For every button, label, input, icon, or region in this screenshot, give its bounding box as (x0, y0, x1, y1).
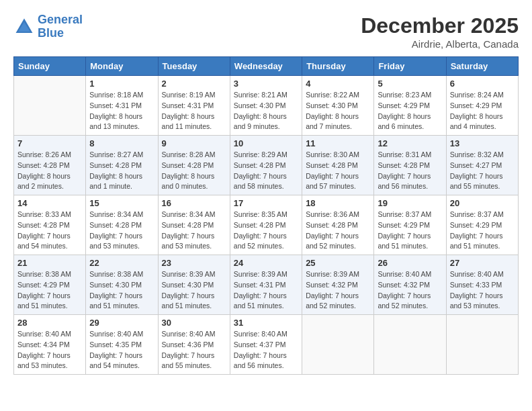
day-number: 19 (378, 198, 442, 208)
day-info: Sunrise: 8:35 AMSunset: 4:28 PMDaylight:… (234, 210, 298, 252)
calendar-cell: 11Sunrise: 8:30 AMSunset: 4:28 PMDayligh… (302, 136, 374, 195)
day-number: 27 (450, 258, 515, 268)
logo-icon (13, 16, 35, 38)
calendar-cell: 31Sunrise: 8:40 AMSunset: 4:37 PMDayligh… (230, 315, 302, 375)
day-info: Sunrise: 8:26 AMSunset: 4:28 PMDaylight:… (17, 150, 82, 192)
calendar-cell: 25Sunrise: 8:39 AMSunset: 4:32 PMDayligh… (302, 255, 374, 315)
day-info: Sunrise: 8:36 AMSunset: 4:28 PMDaylight:… (306, 210, 370, 252)
day-number: 6 (450, 79, 515, 89)
day-number: 8 (89, 138, 154, 148)
weekday-header-row: SundayMondayTuesdayWednesdayThursdayFrid… (14, 57, 519, 76)
day-info: Sunrise: 8:31 AMSunset: 4:28 PMDaylight:… (378, 150, 442, 192)
day-number: 3 (234, 79, 298, 89)
calendar-cell: 27Sunrise: 8:40 AMSunset: 4:33 PMDayligh… (446, 255, 518, 315)
day-info: Sunrise: 8:37 AMSunset: 4:29 PMDaylight:… (450, 210, 515, 252)
day-info: Sunrise: 8:19 AMSunset: 4:31 PMDaylight:… (162, 90, 226, 132)
day-info: Sunrise: 8:33 AMSunset: 4:28 PMDaylight:… (17, 210, 82, 252)
day-number: 23 (162, 258, 226, 268)
day-info: Sunrise: 8:39 AMSunset: 4:31 PMDaylight:… (234, 269, 298, 312)
day-number: 5 (378, 79, 442, 89)
calendar-cell: 5Sunrise: 8:23 AMSunset: 4:29 PMDaylight… (374, 76, 446, 136)
day-info: Sunrise: 8:39 AMSunset: 4:32 PMDaylight:… (306, 269, 370, 312)
calendar-cell: 4Sunrise: 8:22 AMSunset: 4:30 PMDaylight… (302, 76, 374, 136)
calendar-cell: 24Sunrise: 8:39 AMSunset: 4:31 PMDayligh… (230, 255, 302, 315)
day-info: Sunrise: 8:21 AMSunset: 4:30 PMDaylight:… (234, 90, 298, 132)
day-info: Sunrise: 8:29 AMSunset: 4:28 PMDaylight:… (234, 150, 298, 192)
day-number: 13 (450, 138, 515, 148)
calendar-cell: 6Sunrise: 8:24 AMSunset: 4:29 PMDaylight… (446, 76, 518, 136)
day-number: 29 (89, 318, 154, 328)
logo-text: General Blue (38, 13, 83, 40)
calendar-cell: 13Sunrise: 8:32 AMSunset: 4:27 PMDayligh… (446, 136, 518, 195)
calendar-cell (14, 76, 86, 136)
logo: General Blue (13, 13, 83, 40)
calendar-cell: 18Sunrise: 8:36 AMSunset: 4:28 PMDayligh… (302, 195, 374, 255)
day-info: Sunrise: 8:28 AMSunset: 4:28 PMDaylight:… (162, 150, 226, 192)
calendar-cell: 30Sunrise: 8:40 AMSunset: 4:36 PMDayligh… (158, 315, 230, 375)
day-number: 10 (234, 138, 298, 148)
day-number: 28 (17, 318, 82, 328)
day-info: Sunrise: 8:37 AMSunset: 4:29 PMDaylight:… (378, 210, 442, 252)
day-info: Sunrise: 8:40 AMSunset: 4:32 PMDaylight:… (378, 269, 442, 312)
day-info: Sunrise: 8:23 AMSunset: 4:29 PMDaylight:… (378, 90, 442, 132)
day-info: Sunrise: 8:39 AMSunset: 4:30 PMDaylight:… (162, 269, 226, 312)
day-number: 11 (306, 138, 370, 148)
day-info: Sunrise: 8:24 AMSunset: 4:29 PMDaylight:… (450, 90, 515, 132)
day-number: 25 (306, 258, 370, 268)
day-number: 14 (17, 198, 82, 208)
calendar-cell (374, 315, 446, 375)
day-number: 31 (234, 318, 298, 328)
day-number: 15 (89, 198, 154, 208)
day-number: 1 (89, 79, 154, 89)
day-number: 9 (162, 138, 226, 148)
day-info: Sunrise: 8:40 AMSunset: 4:36 PMDaylight:… (162, 329, 226, 371)
calendar-table: SundayMondayTuesdayWednesdayThursdayFrid… (13, 56, 519, 375)
day-number: 22 (89, 258, 154, 268)
calendar-cell: 7Sunrise: 8:26 AMSunset: 4:28 PMDaylight… (14, 136, 86, 195)
day-info: Sunrise: 8:40 AMSunset: 4:35 PMDaylight:… (89, 329, 154, 371)
day-number: 26 (378, 258, 442, 268)
day-info: Sunrise: 8:22 AMSunset: 4:30 PMDaylight:… (306, 90, 370, 132)
weekday-header-sunday: Sunday (14, 57, 86, 76)
week-row-1: 1Sunrise: 8:18 AMSunset: 4:31 PMDaylight… (14, 76, 519, 136)
day-info: Sunrise: 8:27 AMSunset: 4:28 PMDaylight:… (89, 150, 154, 192)
day-number: 30 (162, 318, 226, 328)
day-number: 7 (17, 138, 82, 148)
weekday-header-thursday: Thursday (302, 57, 374, 76)
location-subtitle: Airdrie, Alberta, Canada (361, 38, 519, 50)
calendar-cell: 16Sunrise: 8:34 AMSunset: 4:28 PMDayligh… (158, 195, 230, 255)
day-number: 20 (450, 198, 515, 208)
day-info: Sunrise: 8:34 AMSunset: 4:28 PMDaylight:… (162, 210, 226, 252)
week-row-2: 7Sunrise: 8:26 AMSunset: 4:28 PMDaylight… (14, 136, 519, 195)
day-info: Sunrise: 8:32 AMSunset: 4:27 PMDaylight:… (450, 150, 515, 192)
calendar-cell: 26Sunrise: 8:40 AMSunset: 4:32 PMDayligh… (374, 255, 446, 315)
calendar-cell (446, 315, 518, 375)
month-title: December 2025 (361, 13, 519, 38)
day-info: Sunrise: 8:40 AMSunset: 4:33 PMDaylight:… (450, 269, 515, 312)
calendar-cell: 20Sunrise: 8:37 AMSunset: 4:29 PMDayligh… (446, 195, 518, 255)
calendar-cell: 29Sunrise: 8:40 AMSunset: 4:35 PMDayligh… (86, 315, 158, 375)
calendar-cell: 3Sunrise: 8:21 AMSunset: 4:30 PMDaylight… (230, 76, 302, 136)
day-info: Sunrise: 8:38 AMSunset: 4:30 PMDaylight:… (89, 269, 154, 312)
day-info: Sunrise: 8:38 AMSunset: 4:29 PMDaylight:… (17, 269, 82, 312)
calendar-cell: 10Sunrise: 8:29 AMSunset: 4:28 PMDayligh… (230, 136, 302, 195)
calendar-cell: 1Sunrise: 8:18 AMSunset: 4:31 PMDaylight… (86, 76, 158, 136)
title-block: December 2025 Airdrie, Alberta, Canada (361, 13, 519, 50)
week-row-5: 28Sunrise: 8:40 AMSunset: 4:34 PMDayligh… (14, 315, 519, 375)
calendar-cell: 23Sunrise: 8:39 AMSunset: 4:30 PMDayligh… (158, 255, 230, 315)
page-header: General Blue December 2025 Airdrie, Albe… (13, 13, 519, 50)
weekday-header-friday: Friday (374, 57, 446, 76)
day-number: 18 (306, 198, 370, 208)
day-number: 17 (234, 198, 298, 208)
calendar-cell: 28Sunrise: 8:40 AMSunset: 4:34 PMDayligh… (14, 315, 86, 375)
day-info: Sunrise: 8:40 AMSunset: 4:37 PMDaylight:… (234, 329, 298, 371)
day-number: 24 (234, 258, 298, 268)
weekday-header-monday: Monday (86, 57, 158, 76)
calendar-cell: 12Sunrise: 8:31 AMSunset: 4:28 PMDayligh… (374, 136, 446, 195)
day-info: Sunrise: 8:40 AMSunset: 4:34 PMDaylight:… (17, 329, 82, 371)
calendar-cell (302, 315, 374, 375)
weekday-header-wednesday: Wednesday (230, 57, 302, 76)
calendar-cell: 9Sunrise: 8:28 AMSunset: 4:28 PMDaylight… (158, 136, 230, 195)
day-info: Sunrise: 8:30 AMSunset: 4:28 PMDaylight:… (306, 150, 370, 192)
calendar-cell: 17Sunrise: 8:35 AMSunset: 4:28 PMDayligh… (230, 195, 302, 255)
